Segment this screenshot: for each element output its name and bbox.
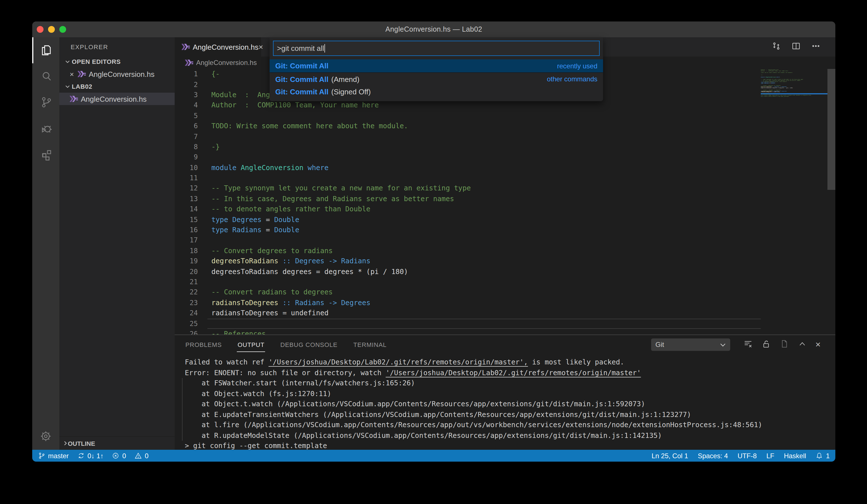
code-line[interactable]: 7: [175, 131, 761, 142]
close-panel-icon[interactable]: ×: [815, 340, 821, 349]
output-line: at FSWatcher.start (internal/fs/watchers…: [185, 378, 835, 388]
output-line: at E.updateTransientWatchers (/Applicati…: [185, 409, 835, 420]
line-number: 26: [175, 330, 198, 334]
output-log[interactable]: Failed to watch ref '/Users/joshua/Deskt…: [175, 354, 835, 450]
code-line[interactable]: 10module AngleConversion where: [175, 162, 761, 173]
outline-header[interactable]: OUTLINE: [59, 436, 175, 450]
code-line[interactable]: 18-- Convert degrees to radians: [175, 246, 761, 256]
code-line[interactable]: 11: [175, 173, 761, 183]
maximize-panel-icon[interactable]: [797, 339, 807, 351]
clear-output-icon[interactable]: [743, 339, 752, 351]
status-label: Spaces: 4: [698, 452, 728, 460]
code-line[interactable]: 22-- Convert radians to degrees: [175, 287, 761, 298]
code-line[interactable]: 16type Radians = Double: [175, 225, 761, 235]
code-line[interactable]: 25: [175, 318, 761, 329]
status-item-spaces-4[interactable]: Spaces: 4: [698, 452, 728, 460]
code-line[interactable]: 8-}: [175, 141, 761, 152]
status-item-utf-8[interactable]: UTF-8: [738, 452, 757, 460]
status-item-branch[interactable]: master: [38, 452, 69, 460]
code-text: degreesToRadians :: Degrees -> Radians: [198, 257, 371, 265]
open-editor-item[interactable]: × AngleConversion.hs: [59, 68, 175, 80]
file-path-link[interactable]: '/Users/joshua/Desktop/Lab02/.git/refs/r…: [268, 358, 528, 366]
code-line[interactable]: 13-- In this case, Degrees and Radians s…: [175, 194, 761, 204]
explorer-icon[interactable]: [32, 37, 59, 63]
output-channel-select[interactable]: Git: [651, 339, 730, 351]
line-number: 4: [175, 101, 198, 109]
code-line[interactable]: 23radiansToDegrees :: Radians -> Degrees: [175, 298, 761, 308]
status-item-haskell[interactable]: Haskell: [784, 452, 806, 460]
command-suffix: (Signed Off): [331, 88, 371, 96]
status-branch-icon: [38, 452, 45, 459]
source-control-icon[interactable]: [32, 89, 59, 115]
folder-header[interactable]: LAB02: [59, 80, 175, 93]
code-line[interactable]: 20degreesToRadians degrees = degrees * (…: [175, 266, 761, 277]
line-number: 12: [175, 184, 198, 192]
status-item-error[interactable]: 0: [112, 452, 126, 460]
code-text: module AngleConversion where: [198, 163, 329, 171]
split-editor-icon[interactable]: [791, 41, 801, 53]
palette-item[interactable]: Git: Commit All(Signed Off): [270, 85, 603, 98]
code-line[interactable]: 17: [175, 235, 761, 246]
command-label: Git: Commit All: [275, 62, 328, 70]
open-output-in-editor-icon[interactable]: [779, 339, 789, 351]
line-number: 9: [175, 153, 198, 161]
status-item-sync[interactable]: 0↓ 1↑: [77, 452, 104, 460]
palette-item[interactable]: Git: Commit Allrecently used: [270, 59, 603, 72]
status-item-warning[interactable]: 0: [135, 452, 148, 460]
code-line[interactable]: 4Author : COMP1100 Team, Your name here: [175, 100, 761, 110]
code-line[interactable]: 6TODO: Write some comment here about the…: [175, 121, 761, 131]
status-item-lf[interactable]: LF: [767, 452, 774, 460]
haskell-file-icon: [77, 71, 86, 77]
editor-scrollbar[interactable]: [827, 69, 835, 190]
code-line[interactable]: 12-- Type synonym let you create a new n…: [175, 183, 761, 194]
panel-tab-output[interactable]: OUTPUT: [237, 337, 265, 352]
minimap[interactable]: {-Module : AngleConversionAuthor : COMP1…: [761, 69, 827, 97]
command-group-label: other commands: [547, 75, 597, 83]
code-line[interactable]: 5: [175, 110, 761, 121]
extensions-icon[interactable]: [32, 141, 59, 167]
line-number: 10: [175, 163, 198, 171]
line-number: 25: [175, 320, 198, 328]
panel-tab-problems[interactable]: PROBLEMS: [185, 337, 222, 352]
command-input[interactable]: >git commit all: [273, 41, 600, 56]
open-editors-header[interactable]: OPEN EDITORS: [59, 55, 175, 68]
open-changes-icon[interactable]: [771, 41, 781, 53]
output-line: at Object.watch (fs.js:1270:11): [185, 388, 835, 399]
code-editor[interactable]: 1{-23Module : AngleConversion4Author : C…: [175, 69, 835, 334]
status-label: Haskell: [784, 452, 806, 460]
status-item-ln-25-col-1[interactable]: Ln 25, Col 1: [652, 452, 688, 460]
palette-item[interactable]: Git: Commit All(Amend)other commands: [270, 72, 603, 85]
status-label: 0↓ 1↑: [87, 452, 104, 460]
lock-scroll-icon[interactable]: [761, 339, 771, 351]
minimap-line: [2] https://wiki.haskell.org/Type_synony…: [761, 96, 827, 97]
close-icon[interactable]: ×: [67, 70, 76, 78]
zoom-window-button[interactable]: [59, 26, 66, 33]
file-path-link[interactable]: '/Users/joshua/Desktop/Lab02/.git/refs/r…: [386, 369, 641, 377]
code-line[interactable]: 24radiansToDegrees = undefined: [175, 308, 761, 318]
code-line[interactable]: 19degreesToRadians :: Degrees -> Radians: [175, 256, 761, 266]
code-line[interactable]: 26-- References: [175, 329, 761, 334]
file-item[interactable]: AngleConversion.hs: [59, 93, 175, 105]
search-icon[interactable]: [32, 63, 59, 89]
titlebar: AngleConversion.hs — Lab02: [32, 21, 835, 37]
code-line[interactable]: 14-- to denote angles rather than Double: [175, 204, 761, 214]
tab-angleconversion[interactable]: AngleConversion.hs ×: [175, 37, 262, 56]
settings-gear-icon[interactable]: [39, 429, 53, 445]
output-line: Failed to watch ref '/Users/joshua/Deskt…: [185, 357, 835, 367]
output-line: Error: ENOENT: no such file or directory…: [185, 367, 835, 378]
code-line[interactable]: 9: [175, 152, 761, 162]
minimize-window-button[interactable]: [48, 26, 55, 33]
tab-label: AngleConversion.hs: [193, 43, 259, 51]
panel-tab-debug-console[interactable]: DEBUG CONSOLE: [280, 337, 338, 352]
chevron-down-icon: [63, 84, 72, 89]
output-line: at R.updateModelState (/Applications/VSC…: [185, 430, 835, 441]
run-debug-icon[interactable]: [32, 115, 59, 141]
close-window-button[interactable]: [37, 26, 43, 33]
panel-tab-terminal[interactable]: TERMINAL: [353, 337, 387, 352]
haskell-file-icon: [185, 59, 193, 66]
status-item-1[interactable]: 1: [816, 452, 830, 460]
more-actions-icon[interactable]: [811, 41, 821, 53]
code-line[interactable]: 21: [175, 277, 761, 287]
code-text: radiansToDegrees = undefined: [198, 309, 329, 317]
code-line[interactable]: 15type Degrees = Double: [175, 214, 761, 225]
